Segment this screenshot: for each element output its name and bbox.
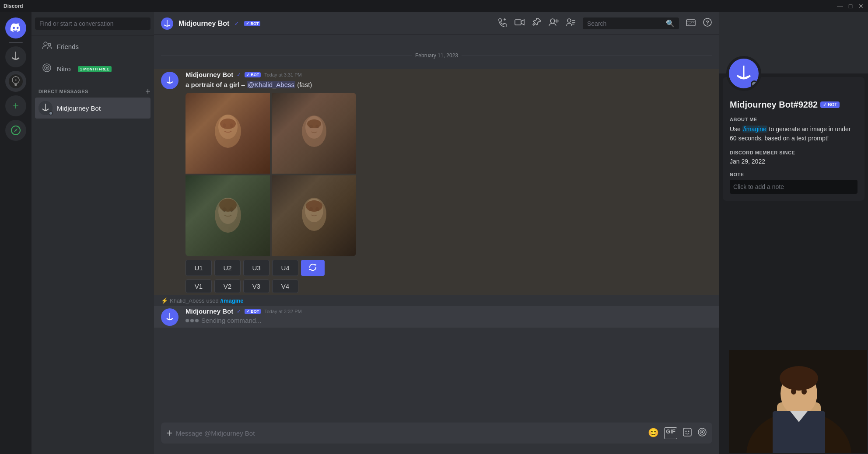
server-icon-add[interactable]: + — [5, 95, 26, 116]
dm-item-midjourney[interactable]: Midjourney Bot — [35, 98, 150, 119]
message-2: Midjourney Bot ✓ ✓ BOT Today at 3:32 PM — [154, 306, 719, 328]
command-used-user: Khalid_Abess — [170, 297, 205, 304]
nitro-label: Nitro — [57, 65, 71, 73]
dm-section-header: DIRECT MESSAGES + — [32, 80, 154, 98]
command-used-command: /imagine — [220, 297, 244, 304]
u3-button[interactable]: U3 — [243, 260, 270, 276]
server-icon-explore[interactable] — [5, 120, 26, 141]
action-buttons-u: U1 U2 U3 U4 — [186, 260, 712, 276]
chat-input-box: + 😊 GIF — [161, 423, 712, 444]
maximize-button[interactable]: □ — [847, 3, 854, 10]
phone-icon[interactable] — [498, 17, 508, 29]
u4-button[interactable]: U4 — [272, 260, 298, 276]
titlebar: Discord — □ ✕ — [0, 0, 868, 12]
svg-point-20 — [550, 19, 555, 23]
svg-point-39 — [307, 119, 321, 128]
profile-panel: Midjourney Bot#9282 ✓ BOT ABOUT ME Use /… — [719, 12, 868, 454]
message-1-fast: (fast) — [295, 81, 312, 88]
svg-point-62 — [802, 388, 807, 395]
dm-search-area — [32, 12, 154, 35]
about-me-title: ABOUT ME — [730, 117, 858, 122]
u1-button[interactable]: U1 — [186, 260, 212, 276]
chat-input-area: + 😊 GIF — [154, 423, 719, 454]
add-member-icon[interactable] — [549, 18, 559, 29]
profile-bot-badge: ✓ BOT — [820, 101, 840, 108]
member-list-icon[interactable] — [566, 18, 576, 29]
message-1-separator: – — [239, 81, 247, 88]
v4-button[interactable]: V4 — [272, 279, 298, 293]
search-input[interactable] — [587, 20, 663, 27]
friends-icon — [42, 41, 52, 52]
action-buttons-v: V1 V2 V3 V4 — [186, 279, 712, 293]
message-1-verified: ✓ — [237, 72, 241, 78]
minimize-button[interactable]: — — [836, 3, 844, 10]
dm-search-input[interactable] — [35, 17, 150, 30]
portrait-3 — [186, 175, 270, 256]
chat-input[interactable] — [176, 424, 644, 442]
svg-point-44 — [219, 199, 237, 212]
message-1: Midjourney Bot ✓ ✓ BOT Today at 3:31 PM … — [154, 69, 719, 295]
titlebar-title: Discord — [4, 3, 23, 9]
emoji-icon[interactable]: 😊 — [648, 427, 659, 439]
chat-header-avatar — [161, 17, 173, 30]
portrait-2 — [272, 93, 356, 174]
dot-2 — [190, 319, 194, 322]
v2-button[interactable]: V2 — [214, 279, 241, 293]
dm-name-midjourney: Midjourney Bot — [57, 105, 101, 112]
server-separator — [9, 42, 23, 43]
date-divider: February 11, 2023 — [154, 49, 719, 62]
chat-messages[interactable]: February 11, 2023 Midjourney Bot ✓ — [154, 35, 719, 423]
note-input[interactable]: Click to add a note — [730, 180, 858, 194]
sticker-icon[interactable] — [682, 427, 692, 439]
server-icon-boat[interactable] — [5, 46, 26, 67]
dot-1 — [186, 319, 189, 322]
svg-point-51 — [686, 430, 687, 432]
sending-command-text: Sending command... — [201, 317, 262, 324]
svg-point-23 — [567, 19, 571, 22]
help-icon[interactable]: ? — [703, 17, 712, 29]
v3-button[interactable]: V3 — [243, 279, 270, 293]
input-icons: 😊 GIF — [648, 427, 707, 439]
svg-rect-50 — [683, 428, 691, 436]
message-1-content: Midjourney Bot ✓ ✓ BOT Today at 3:31 PM … — [186, 71, 712, 293]
gif-icon[interactable]: GIF — [664, 427, 677, 439]
message-1-timestamp: Today at 3:31 PM — [264, 72, 302, 77]
message-2-verified: ✓ — [237, 308, 241, 314]
sidebar-nav-friends[interactable]: Friends — [35, 36, 150, 57]
message-1-avatar — [161, 72, 178, 89]
close-button[interactable]: ✕ — [858, 3, 864, 10]
message-2-header: Midjourney Bot ✓ ✓ BOT Today at 3:32 PM — [186, 307, 712, 315]
svg-text:?: ? — [706, 19, 709, 26]
profile-username-text: Midjourney Bot#9282 — [730, 100, 818, 110]
v1-button[interactable]: V1 — [186, 279, 212, 293]
message-2-timestamp: Today at 3:32 PM — [264, 309, 302, 314]
command-used-text: used — [206, 297, 219, 304]
command-used-bar: ⚡ Khalid_Abess used /imagine — [154, 296, 719, 304]
nitro-badge: 1 MONTH FREE — [78, 66, 112, 72]
member-since-title: DISCORD MEMBER SINCE — [730, 150, 858, 155]
svg-point-11 — [44, 42, 47, 45]
server-icon-ai[interactable] — [5, 71, 26, 92]
refresh-button[interactable] — [301, 260, 325, 276]
nitro-icon[interactable] — [697, 427, 707, 439]
u2-button[interactable]: U2 — [214, 260, 241, 276]
chat-header-bot-badge: ✓ BOT — [244, 21, 260, 26]
dm-section-add-button[interactable]: + — [145, 87, 150, 96]
note-title: NOTE — [730, 172, 858, 177]
svg-point-34 — [220, 119, 236, 129]
video-icon[interactable] — [514, 18, 525, 28]
message-1-text: a portrait of a girl – @Khalid_Abess (fa… — [186, 80, 712, 89]
profile-banner — [719, 12, 868, 73]
svg-point-15 — [46, 67, 48, 69]
message-2-bot-badge: ✓ BOT — [245, 309, 261, 314]
file-upload-icon[interactable]: + — [166, 427, 172, 439]
chat-header-actions: 🔍 ? — [498, 17, 712, 29]
pin-icon[interactable] — [532, 17, 542, 29]
sidebar-nav-nitro[interactable]: Nitro 1 MONTH FREE — [35, 59, 150, 79]
chat-header-bot-badge-check: ✓ — [246, 21, 249, 26]
profile-verified-check: ✓ — [823, 102, 826, 107]
nitro-icon — [42, 63, 52, 75]
inbox-icon[interactable] — [686, 17, 696, 29]
profile-avatar-large — [726, 56, 761, 91]
server-icon-discord-home[interactable] — [5, 17, 26, 38]
